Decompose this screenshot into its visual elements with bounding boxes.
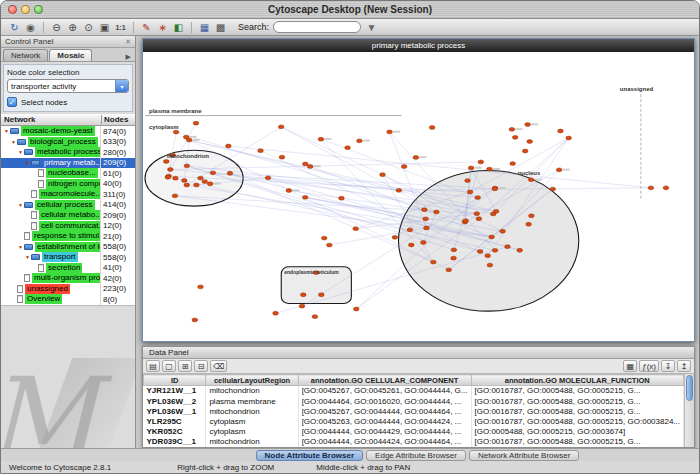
reload-icon[interactable]: ↻: [7, 20, 22, 34]
tab-node-attribute-browser[interactable]: Node Attribute Browser: [256, 450, 364, 461]
delete-attribute-icon[interactable]: ⊟: [194, 360, 208, 372]
network-node[interactable]: [194, 183, 200, 187]
checkbox-checked-icon[interactable]: ✓: [7, 97, 17, 107]
network-node[interactable]: [353, 227, 359, 231]
grid-layout-icon[interactable]: ▦: [197, 20, 212, 34]
network-node[interactable]: [302, 162, 308, 166]
zoom-fit-icon[interactable]: ▣: [97, 20, 112, 34]
network-node[interactable]: [184, 164, 190, 168]
tree-row-transport[interactable]: ▼transport558(0): [1, 252, 135, 263]
tree-row-mosaic-demo-yeast[interactable]: ▼mosaic-demo-yeast874(0): [1, 126, 135, 137]
network-node[interactable]: [407, 228, 413, 232]
network-node[interactable]: [353, 307, 359, 311]
network-node[interactable]: [392, 235, 398, 239]
network-node[interactable]: [429, 126, 435, 130]
expand-toggle-icon[interactable]: ▼: [17, 149, 24, 155]
network-node[interactable]: [558, 129, 564, 133]
network-node[interactable]: [446, 268, 452, 272]
network-node[interactable]: [517, 248, 523, 252]
trash-icon[interactable]: ⌫: [210, 360, 227, 372]
search-input[interactable]: [273, 21, 361, 33]
network-node[interactable]: [510, 162, 516, 166]
tree-row-nitrogen-compo[interactable]: nitrogen compo...40(0): [1, 179, 135, 190]
select-attributes-icon[interactable]: ▤: [146, 360, 160, 372]
network-node[interactable]: [421, 241, 427, 245]
zoom-selected-icon[interactable]: ⊙: [81, 20, 96, 34]
network-node[interactable]: [327, 243, 333, 247]
expand-toggle-icon[interactable]: ▼: [10, 139, 17, 145]
network-node[interactable]: [477, 249, 483, 253]
snapshot-icon[interactable]: ◉: [23, 20, 38, 34]
expand-toggle-icon[interactable]: ▼: [24, 254, 31, 260]
vizmapper-icon[interactable]: ◧: [171, 20, 186, 34]
expand-toggle-icon[interactable]: ▼: [17, 244, 24, 250]
network-node[interactable]: [345, 146, 351, 150]
tree-row-multi-organism-pro[interactable]: multi-organism pro...42(0): [1, 273, 135, 284]
network-node[interactable]: [312, 315, 318, 319]
network-node[interactable]: [299, 304, 305, 308]
network-node[interactable]: [525, 123, 531, 127]
control-panel-close-icon[interactable]: ✕: [125, 38, 131, 46]
new-attribute-icon[interactable]: ⊞: [178, 360, 192, 372]
network-node[interactable]: [431, 260, 437, 264]
network-node[interactable]: [193, 121, 199, 125]
network-node[interactable]: [300, 293, 306, 297]
column-header-id[interactable]: ID: [144, 375, 206, 386]
attribute-row-ydr039c-1[interactable]: YDR039C__1mitochondrion[GO:0044444, GO:0…: [144, 437, 684, 447]
network-node[interactable]: [210, 171, 216, 175]
zoom-in-icon[interactable]: ⊕: [65, 20, 80, 34]
network-node[interactable]: [198, 285, 204, 289]
network-node[interactable]: [423, 217, 429, 221]
network-node[interactable]: [318, 137, 324, 141]
network-node[interactable]: [474, 212, 480, 216]
network-node[interactable]: [556, 168, 562, 172]
network-node[interactable]: [492, 248, 498, 252]
tree-row-cellular-metabo[interactable]: cellular metabo...209(0): [1, 210, 135, 221]
network-node[interactable]: [434, 210, 440, 214]
network-node[interactable]: [566, 136, 572, 140]
network-node[interactable]: [168, 168, 174, 172]
network-node[interactable]: [505, 245, 511, 249]
network-node[interactable]: [492, 187, 498, 191]
attribute-row-ylr295c[interactable]: YLR295Ccytoplasm[GO:0045263, GO:0044444,…: [144, 417, 684, 427]
network-node[interactable]: [467, 190, 473, 194]
network-node[interactable]: [424, 226, 430, 230]
network-icon[interactable]: ∗: [155, 20, 170, 34]
network-node[interactable]: [286, 189, 292, 193]
attribute-row-ypl036w-1[interactable]: YPL036W__1mitochondrion[GO:0045267, GO:0…: [144, 406, 684, 416]
tree-row-cell-communicat[interactable]: cell communicat...12(0): [1, 221, 135, 232]
data-panel-header[interactable]: Data Panel: [143, 347, 694, 359]
network-node[interactable]: [451, 248, 457, 252]
column-header-annotation-go-molecular-function[interactable]: annotation.GO MOLECULAR_FUNCTION: [471, 375, 683, 386]
network-node[interactable]: [489, 235, 495, 239]
network-node[interactable]: [500, 229, 506, 233]
network-node[interactable]: [465, 179, 471, 183]
expand-toggle-icon[interactable]: ▼: [17, 202, 24, 208]
network-node[interactable]: [207, 182, 213, 186]
tab-mosaic[interactable]: Mosaic: [49, 49, 92, 61]
zoom-out-icon[interactable]: ⊖: [49, 20, 64, 34]
network-node[interactable]: [278, 125, 284, 129]
tab-network-attribute-browser[interactable]: Network Attribute Browser: [469, 450, 579, 461]
network-node[interactable]: [528, 178, 534, 182]
tree-row-unassigned[interactable]: unassigned223(0): [1, 284, 135, 295]
network-node[interactable]: [387, 130, 393, 134]
network-node[interactable]: [478, 160, 484, 164]
tree-row-cellular-process[interactable]: ▼cellular process414(0): [1, 200, 135, 211]
attribute-row-ykr052c[interactable]: YKR052Ccytoplasm[GO:0044444, GO:0044429,…: [144, 427, 684, 437]
attribute-columns-icon[interactable]: ▦: [623, 360, 637, 372]
network-node[interactable]: [186, 138, 192, 142]
network-node[interactable]: [163, 160, 169, 164]
network-node[interactable]: [512, 135, 518, 139]
network-node[interactable]: [202, 180, 208, 184]
network-node[interactable]: [279, 155, 285, 159]
network-node[interactable]: [302, 195, 308, 199]
select-nodes-checkbox[interactable]: ✓ Select nodes: [7, 97, 129, 107]
network-node[interactable]: [198, 176, 204, 180]
network-node[interactable]: [550, 187, 556, 191]
network-node[interactable]: [401, 165, 407, 169]
expand-toggle-icon[interactable]: ▼: [24, 160, 31, 166]
search-options-icon[interactable]: ▼: [364, 20, 379, 34]
network-canvas[interactable]: plasma membranecytoplasmmitochondrionnuc…: [143, 52, 694, 341]
network-node[interactable]: [307, 165, 313, 169]
